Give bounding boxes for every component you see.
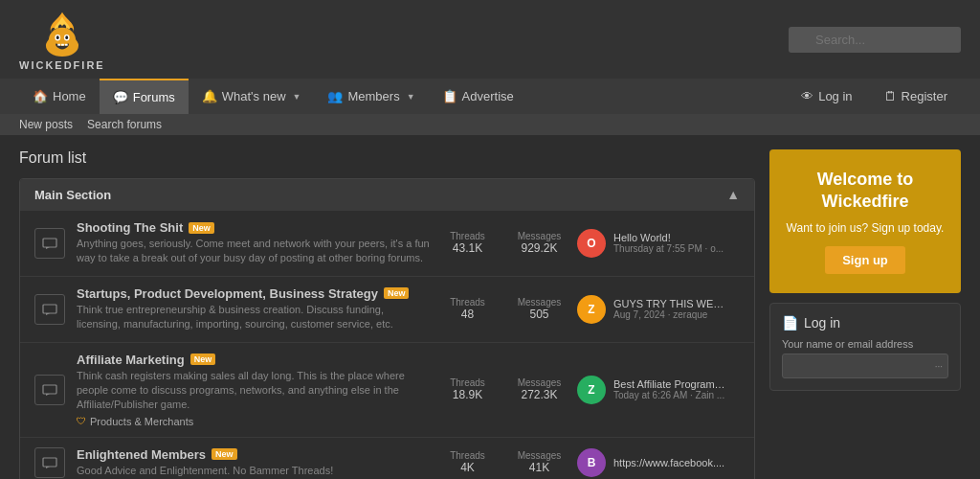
forum-icon-affiliate	[34, 375, 65, 405]
signup-button[interactable]: Sign up	[825, 246, 905, 274]
new-badge: New	[189, 222, 214, 234]
svg-rect-8	[65, 44, 68, 46]
forum-desc: Think cash registers making sales all da…	[77, 369, 430, 413]
stats-shooting: Threads 43.1K Messages 929.2K	[441, 231, 566, 255]
home-icon: 🏠	[33, 89, 48, 103]
forum-row: Enlightened Members New Good Advice and …	[20, 437, 754, 479]
content-area: Forum list Main Section ▲ Shooting The S…	[0, 135, 980, 479]
chevron-up-icon: ▲	[726, 187, 740, 202]
forums-icon: 💬	[113, 90, 128, 104]
shield-icon: 🛡	[77, 416, 86, 426]
new-badge: New	[190, 354, 216, 365]
nav-right: 👁 Log in 🗒 Register	[788, 80, 961, 113]
svg-rect-11	[43, 385, 56, 394]
forum-icon-startups	[34, 294, 65, 325]
welcome-sub: Want to join us? Sign up today.	[784, 221, 947, 235]
latest-meta: Thursday at 7:55 PM · o...	[613, 243, 724, 254]
login-username-input[interactable]	[782, 354, 948, 378]
svg-point-4	[56, 35, 59, 39]
sub-nav: New posts Search forums	[0, 114, 980, 135]
login-icon: 👁	[801, 89, 813, 103]
section-title: Main Section	[34, 188, 111, 202]
messages-label: Messages	[513, 377, 566, 388]
new-badge: New	[384, 287, 410, 299]
site-name: WICKEDFIRE	[19, 59, 105, 71]
login-box: 📄 Log in Your name or email address ···	[769, 303, 961, 391]
latest-info: GUYS TRY THIS WEB SI... Aug 7, 2024 · ze…	[613, 298, 728, 320]
latest-shooting: O Hello World! Thursday at 7:55 PM · o..…	[577, 229, 740, 258]
avatar: Z	[577, 295, 606, 324]
search-input[interactable]	[789, 27, 961, 53]
forum-info-startups: Startups, Product Development, Business …	[77, 286, 430, 332]
forum-name[interactable]: Enlightened Members	[77, 447, 206, 462]
nav-advertise[interactable]: 📋 Advertise	[429, 80, 527, 113]
latest-info: Best Affiliate Programs ... Today at 6:2…	[613, 378, 728, 400]
forum-info-shooting: Shooting The Shit New Anything goes, ser…	[77, 220, 430, 266]
welcome-title: Welcome to Wickedfire	[784, 169, 947, 214]
latest-startups: Z GUYS TRY THIS WEB SI... Aug 7, 2024 · …	[577, 295, 740, 324]
messages-value: 41K	[513, 461, 566, 474]
latest-title[interactable]: GUYS TRY THIS WEB SI...	[613, 298, 728, 309]
main-section: Main Section ▲ Shooting The Shit New Any…	[19, 178, 755, 479]
section-header: Main Section ▲	[20, 179, 754, 210]
login-doc-icon: 📄	[782, 315, 798, 331]
sub-nav-new-posts[interactable]: New posts	[19, 118, 73, 131]
nav-whats-new[interactable]: 🔔 What's new ▼	[189, 80, 315, 113]
forum-row: Shooting The Shit New Anything goes, ser…	[20, 210, 754, 276]
messages-value: 929.2K	[513, 241, 566, 255]
login-header: 📄 Log in	[782, 315, 948, 331]
avatar: Z	[577, 376, 606, 404]
forum-name[interactable]: Shooting The Shit	[77, 220, 183, 235]
new-badge: New	[212, 448, 237, 460]
avatar: O	[577, 229, 606, 258]
nav-left: 🏠 Home 💬 Forums 🔔 What's new ▼ 👥 Members…	[19, 79, 527, 114]
nav-forums[interactable]: 💬 Forums	[100, 79, 189, 114]
forum-info-affiliate: Affiliate Marketing New Think cash regis…	[77, 353, 430, 427]
bell-icon: 🔔	[202, 89, 217, 103]
messages-label: Messages	[513, 231, 566, 241]
nav-register[interactable]: 🗒 Register	[871, 80, 961, 113]
main-content: Forum list Main Section ▲ Shooting The S…	[19, 149, 755, 479]
latest-meta: Today at 6:26 AM · Zain ...	[613, 390, 728, 400]
latest-meta: Aug 7, 2024 · zeraque	[613, 309, 728, 320]
stats-startups: Threads 48 Messages 505	[441, 297, 566, 321]
nav-members[interactable]: 👥 Members ▼	[314, 80, 428, 113]
header: WICKEDFIRE 🔍	[0, 0, 980, 79]
forum-desc: Anything goes, seriously. Come meet and …	[77, 237, 430, 266]
forum-name[interactable]: Affiliate Marketing	[77, 353, 185, 367]
login-username-label: Your name or email address	[782, 338, 948, 350]
messages-label: Messages	[513, 297, 566, 308]
sidebar: Welcome to Wickedfire Want to join us? S…	[769, 149, 961, 479]
forum-desc: Think true entrepreneurship & business c…	[77, 303, 430, 332]
latest-title[interactable]: Hello World!	[613, 232, 724, 243]
messages-label: Messages	[513, 450, 566, 461]
forum-desc: Good Advice and Enlightenment. No Bammer…	[77, 464, 430, 478]
svg-rect-7	[61, 44, 64, 46]
stats-enlightened: Threads 4K Messages 41K	[441, 450, 566, 474]
forum-row: Startups, Product Development, Business …	[20, 276, 754, 342]
latest-info: https://www.facebook....	[613, 457, 724, 468]
latest-title[interactable]: Best Affiliate Programs ...	[613, 378, 728, 390]
logo-icon	[37, 8, 87, 57]
whats-new-arrow: ▼	[293, 92, 301, 102]
forum-sub: 🛡 Products & Merchants	[77, 416, 430, 427]
threads-label: Threads	[441, 231, 494, 241]
threads-label: Threads	[441, 450, 494, 461]
dots-icon: ···	[935, 360, 943, 371]
avatar: B	[577, 448, 606, 477]
page-title: Forum list	[19, 149, 755, 167]
nav-home[interactable]: 🏠 Home	[19, 80, 100, 113]
messages-value: 505	[513, 308, 566, 321]
stats-affiliate: Threads 18.9K Messages 272.3K	[441, 377, 566, 401]
nav-login[interactable]: 👁 Log in	[788, 80, 865, 113]
forum-icon-enlightened	[34, 447, 65, 478]
latest-info: Hello World! Thursday at 7:55 PM · o...	[613, 232, 724, 254]
latest-title[interactable]: https://www.facebook....	[613, 457, 724, 468]
threads-value: 48	[441, 308, 494, 321]
register-icon: 🗒	[884, 89, 897, 103]
forum-name[interactable]: Startups, Product Development, Business …	[77, 286, 378, 301]
threads-value: 4K	[441, 461, 494, 474]
sub-nav-search-forums[interactable]: Search forums	[87, 118, 162, 131]
messages-value: 272.3K	[513, 388, 566, 401]
members-arrow: ▼	[407, 92, 415, 102]
